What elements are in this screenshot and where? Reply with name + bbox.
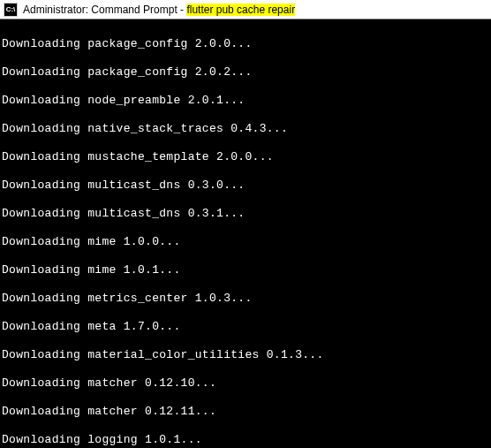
terminal-line: Downloading matcher 0.12.10... [2, 376, 489, 391]
terminal-line: Downloading mime 1.0.1... [2, 263, 489, 277]
terminal-line: Downloading multicast_dns 0.3.0... [2, 178, 489, 193]
terminal-line: Downloading node_preamble 2.0.1... [2, 94, 489, 108]
title-bar: C:\ Administrator: Command Prompt - flut… [0, 0, 491, 19]
terminal-line: Downloading matcher 0.12.11... [2, 405, 489, 419]
title-command: flutter pub cache repair [186, 4, 295, 16]
terminal-line: Downloading native_stack_traces 0.4.3... [2, 122, 489, 136]
terminal-line: Downloading package_config 2.0.0... [2, 37, 489, 51]
title-prefix: Administrator: Command Prompt - [23, 4, 186, 16]
terminal-line: Downloading mime 1.0.0... [2, 235, 489, 249]
cmd-icon: C:\ [4, 3, 18, 17]
terminal-line: Downloading package_config 2.0.2... [2, 65, 489, 80]
terminal-line: Downloading material_color_utilities 0.1… [2, 348, 489, 362]
terminal-line: Downloading mustache_template 2.0.0... [2, 150, 489, 164]
terminal-line: Downloading multicast_dns 0.3.1... [2, 207, 489, 221]
terminal-line: Downloading metrics_center 1.0.3... [2, 292, 489, 306]
terminal-line: Downloading logging 1.0.1... [2, 433, 489, 447]
window-title: Administrator: Command Prompt - flutter … [23, 4, 295, 16]
terminal-line: Downloading meta 1.7.0... [2, 320, 489, 334]
terminal-output[interactable]: Downloading package_config 2.0.0... Down… [0, 19, 491, 448]
